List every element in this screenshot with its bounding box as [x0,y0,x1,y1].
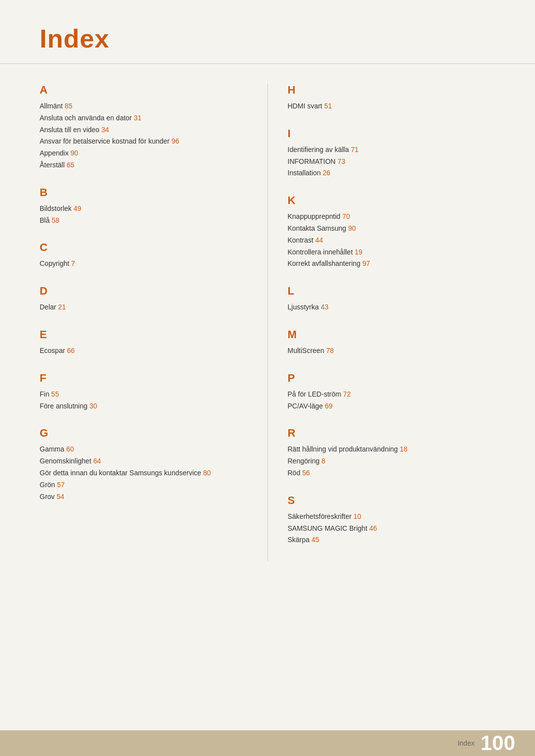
index-entry: Gamma 60 [40,444,248,455]
index-entry: Röd 56 [288,467,496,479]
entry-number: 78 [326,347,334,354]
entry-number: 46 [369,524,377,532]
entry-number: 58 [52,216,59,224]
entry-text: Kontrast [288,236,316,244]
left-column: AAllmänt 85Ansluta och använda en dator … [40,84,268,561]
index-entry: SAMSUNG MAGIC Bright 46 [288,523,496,535]
index-entry: Knappupprepntid 70 [288,211,496,223]
section-letter: S [288,494,496,507]
entry-number: 71 [351,146,359,153]
index-entry: Ljusstyrka 43 [288,302,496,313]
entry-number: 64 [93,457,101,465]
index-entry: Ansvar för betalservice kostnad för kund… [40,136,248,148]
entry-number: 80 [203,469,211,477]
section-letter: D [40,285,248,298]
entry-number: 60 [66,445,74,453]
index-entry: Copyright 7 [40,258,248,270]
section-letter: C [40,241,248,254]
section-letter: B [40,186,248,199]
content-area: AAllmänt 85Ansluta och använda en dator … [0,84,535,561]
index-entry: Kontrollera innehållet 19 [288,247,496,258]
entry-number: 73 [337,157,345,165]
entry-number: 31 [134,114,142,122]
entry-text: Ecospar [40,347,67,354]
index-section: IIdentifiering av källa 71INFORMATION 73… [288,127,496,179]
index-entry: Bildstorlek 49 [40,203,248,215]
index-section: SSäkerhetsföreskrifter 10SAMSUNG MAGIC B… [288,494,496,546]
entry-number: 56 [302,469,310,477]
entry-text: HDMI svart [288,102,324,110]
entry-number: 90 [70,149,78,157]
entry-number: 30 [89,402,97,410]
entry-text: PC/AV-läge [288,402,325,410]
index-entry: Rengöring 8 [288,455,496,467]
section-letter: M [288,328,496,341]
entry-text: Ansvar för betalservice kostnad för kund… [40,137,171,145]
entry-number: 90 [348,224,356,232]
entry-number: 19 [355,248,363,256]
entry-text: Fin [40,390,51,398]
entry-number: 57 [57,481,65,489]
entry-number: 26 [322,169,330,177]
index-entry: Delar 21 [40,302,248,313]
entry-number: 44 [316,236,323,244]
section-letter: P [288,372,496,385]
section-letter: L [288,285,496,298]
section-letter: G [40,427,248,440]
entry-text: Knappupprepntid [288,212,343,220]
index-section: CCopyright 7 [40,241,248,270]
entry-number: 34 [102,126,109,134]
index-section: RRätt hållning vid produktanvändning 18R… [288,427,496,479]
entry-text: Appendix [40,149,70,157]
section-letter: H [288,84,496,97]
section-letter: K [288,194,496,207]
entry-text: På för LED-ström [288,390,343,398]
index-entry: Gör detta innan du kontaktar Samsungs ku… [40,467,248,479]
entry-number: 66 [67,347,75,354]
entry-text: Rätt hållning vid produktanvändning [288,445,400,453]
index-entry: Återställ 65 [40,159,248,171]
index-section: LLjusstyrka 43 [288,285,496,313]
entry-text: Identifiering av källa [288,146,351,153]
right-column: HHDMI svart 51IIdentifiering av källa 71… [268,84,496,561]
index-entry: Appendix 90 [40,148,248,159]
entry-number: 70 [342,212,350,220]
entry-text: Grov [40,493,56,501]
index-entry: Kontakta Samsung 90 [288,223,496,235]
index-section: MMultiScreen 78 [288,328,496,357]
section-letter: A [40,84,248,97]
entry-number: 51 [324,102,332,110]
index-entry: Grön 57 [40,479,248,491]
index-entry: HDMI svart 51 [288,101,496,112]
entry-number: 72 [343,390,351,398]
entry-number: 7 [71,259,75,267]
entry-text: Blå [40,216,52,224]
entry-text: Ljusstyrka [288,303,321,311]
entry-text: Säkerhetsföreskrifter [288,512,354,520]
entry-number: 45 [312,536,320,544]
index-entry: Allmänt 85 [40,101,248,112]
entry-number: 65 [66,161,74,169]
index-section: GGamma 60Genomskinlighet 64Gör detta inn… [40,427,248,503]
index-entry: På för LED-ström 72 [288,389,496,401]
page-title: Index [40,24,495,53]
entry-text: Kontakta Samsung [288,224,348,232]
index-entry: Fin 55 [40,389,248,401]
entry-text: Rengöring [288,457,322,465]
index-entry: PC/AV-läge 69 [288,401,496,412]
entry-text: Allmänt [40,102,65,110]
entry-text: Kontrollera innehållet [288,248,355,256]
index-section: AAllmänt 85Ansluta och använda en dator … [40,84,248,171]
entry-text: Installation [288,169,323,177]
index-entry: Kontrast 44 [288,235,496,247]
footer-bar: Index 100 [0,730,535,756]
section-letter: F [40,372,248,385]
index-entry: Grov 54 [40,491,248,503]
entry-text: Gamma [40,445,66,453]
entry-text: Före anslutning [40,402,89,410]
index-entry: Säkerhetsföreskrifter 10 [288,511,496,523]
index-entry: Före anslutning 30 [40,401,248,412]
index-entry: MultiScreen 78 [288,345,496,357]
entry-number: 21 [58,303,66,311]
index-entry: Installation 26 [288,167,496,179]
